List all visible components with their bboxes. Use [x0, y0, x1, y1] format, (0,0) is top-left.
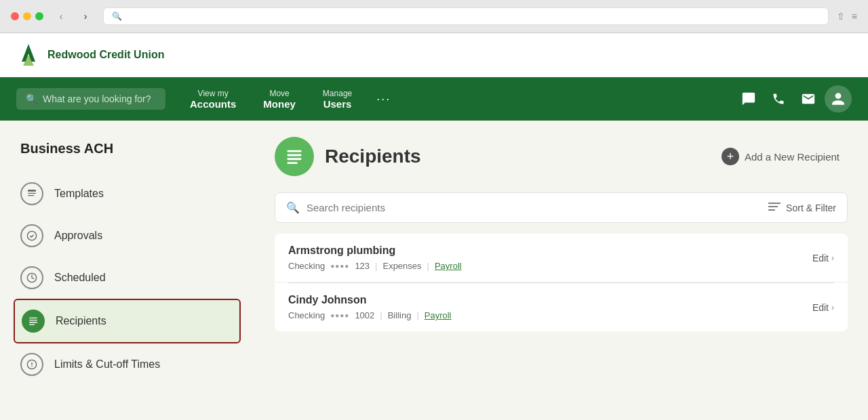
recipients-icon: [22, 310, 45, 333]
sidebar: Business ACH Templates Approvals Schedul…: [0, 121, 254, 420]
edit-button-0[interactable]: Edit ›: [812, 253, 834, 264]
chat-icon: [741, 91, 756, 106]
recipient-name-1: Cindy Johnson: [288, 294, 812, 306]
nav-search[interactable]: 🔍 What are you looking for?: [16, 88, 165, 110]
url-search-icon: 🔍: [112, 12, 122, 21]
account-type-0: Checking: [288, 261, 325, 271]
email-icon: [801, 91, 816, 106]
browser-chrome: ‹ › 🔍 ⇧ ≡: [0, 0, 868, 33]
payroll-tag-0[interactable]: Payroll: [435, 261, 462, 271]
close-dot[interactable]: [11, 12, 19, 20]
sort-filter-button[interactable]: Sort & Filter: [768, 202, 836, 214]
logo: Redwood Credit Union: [16, 43, 164, 67]
search-left: 🔍: [286, 201, 768, 214]
nav-search-placeholder: What are you looking for?: [43, 93, 151, 104]
list-icon: [285, 147, 304, 166]
fullscreen-dot[interactable]: [35, 12, 43, 20]
nav-accounts-label: Accounts: [190, 98, 236, 110]
browser-dots: [11, 12, 43, 20]
nav-move-label: Move: [269, 89, 289, 98]
svg-rect-4: [28, 195, 34, 196]
svg-rect-10: [29, 324, 35, 325]
table-row: Armstrong plumbing Checking ●●●● 123 | E…: [275, 234, 848, 282]
recipient-details-1: Checking ●●●● 1002 | Billing | Payroll: [288, 310, 812, 320]
logo-icon: [16, 43, 41, 67]
add-recipient-label: Add a New Recipient: [745, 151, 840, 163]
svg-point-13: [31, 366, 32, 366]
svg-rect-15: [288, 154, 302, 156]
chat-icon-button[interactable]: [735, 85, 762, 112]
browser-menu-icon: ≡: [852, 11, 857, 22]
svg-rect-16: [288, 158, 302, 160]
sidebar-item-scheduled[interactable]: Scheduled: [14, 257, 241, 299]
approvals-label: Approvals: [54, 230, 102, 242]
logo-text: Redwood Credit Union: [47, 49, 164, 61]
recipients-title-group: Recipients: [275, 137, 421, 176]
scheduled-label: Scheduled: [54, 272, 106, 284]
phone-icon: [772, 92, 785, 106]
sidebar-item-approvals[interactable]: Approvals: [14, 215, 241, 257]
add-new-icon: +: [722, 148, 739, 165]
sidebar-item-templates[interactable]: Templates: [14, 173, 241, 215]
filter-icon: [768, 202, 781, 214]
sort-filter-label: Sort & Filter: [786, 203, 836, 213]
recipient-info-0: Armstrong plumbing Checking ●●●● 123 | E…: [288, 245, 812, 271]
back-button[interactable]: ‹: [52, 7, 71, 26]
sidebar-item-limits[interactable]: Limits & Cut-off Times: [14, 343, 241, 385]
search-input[interactable]: [307, 202, 768, 213]
recipient-name-0: Armstrong plumbing: [288, 245, 812, 257]
add-recipient-button[interactable]: + Add a New Recipient: [713, 142, 848, 171]
masked-account-1: ●●●●: [330, 312, 349, 319]
scheduled-icon: [20, 266, 43, 289]
nav-move-money[interactable]: Move Money: [250, 77, 309, 121]
nav-manage-users[interactable]: Manage Users: [309, 77, 366, 121]
nav-money-label: Money: [263, 98, 296, 110]
svg-rect-8: [29, 320, 37, 320]
table-row: Cindy Johnson Checking ●●●● 1002 | Billi…: [275, 283, 848, 331]
search-bar: 🔍 Sort & Filter: [275, 192, 848, 223]
chevron-right-icon-1: ›: [831, 303, 834, 312]
svg-rect-2: [28, 190, 36, 192]
right-content: Recipients + Add a New Recipient 🔍: [254, 121, 868, 420]
svg-rect-17: [288, 162, 298, 164]
search-icon: 🔍: [286, 201, 300, 214]
sidebar-item-recipients[interactable]: Recipients: [14, 299, 241, 343]
account-suffix-0: 123: [355, 261, 370, 271]
email-icon-button[interactable]: [795, 85, 822, 112]
browser-actions: ⇧ ≡: [837, 11, 857, 22]
nav-search-icon: 🔍: [26, 93, 37, 104]
templates-label: Templates: [54, 188, 104, 200]
recipients-header: Recipients + Add a New Recipient: [275, 137, 848, 176]
recipients-label: Recipients: [56, 315, 106, 327]
templates-icon: [20, 182, 43, 205]
user-profile-button[interactable]: [825, 85, 852, 112]
mask-dots-1: ●●●●: [330, 312, 349, 319]
svg-rect-9: [29, 322, 37, 322]
minimize-dot[interactable]: [23, 12, 31, 20]
limits-icon: [20, 353, 43, 376]
forward-button[interactable]: ›: [76, 7, 95, 26]
app-container: Redwood Credit Union 🔍 What are you look…: [0, 33, 868, 420]
recipients-page-icon: [275, 137, 314, 176]
recipient-list: Armstrong plumbing Checking ●●●● 123 | E…: [275, 234, 848, 331]
browser-nav: ‹ ›: [52, 7, 95, 26]
svg-rect-14: [288, 150, 302, 152]
browser-url-bar[interactable]: 🔍: [103, 7, 829, 25]
nav-view-my-label: View my: [198, 89, 229, 98]
edit-button-1[interactable]: Edit ›: [812, 302, 834, 313]
payroll-tag-1[interactable]: Payroll: [425, 310, 452, 320]
nav-view-accounts[interactable]: View my Accounts: [176, 77, 250, 121]
nav-users-label: Users: [323, 98, 352, 110]
limits-label: Limits & Cut-off Times: [54, 358, 160, 371]
main-content: Business ACH Templates Approvals Schedul…: [0, 121, 868, 420]
sidebar-title: Business ACH: [14, 141, 241, 156]
user-icon: [831, 91, 846, 106]
nav-more-button[interactable]: ···: [366, 92, 401, 106]
nav-links: View my Accounts Move Money Manage Users…: [176, 77, 401, 121]
nav-bar: 🔍 What are you looking for? View my Acco…: [0, 77, 868, 121]
page-title: Recipients: [325, 146, 421, 167]
recipient-info-1: Cindy Johnson Checking ●●●● 1002 | Billi…: [288, 294, 812, 320]
phone-icon-button[interactable]: [765, 85, 792, 112]
approvals-icon: [20, 224, 43, 247]
account-type-1: Checking: [288, 310, 325, 320]
